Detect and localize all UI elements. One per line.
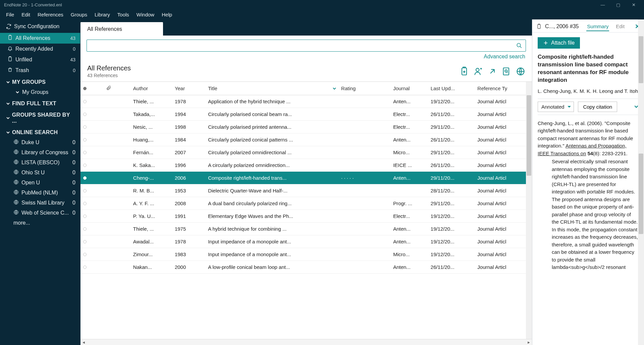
globe-icon [13, 179, 19, 186]
svg-rect-0 [9, 36, 11, 40]
main-panel: All References Advanced search All Refer… [80, 19, 532, 345]
globe-icon [13, 169, 19, 176]
readstatus-dot-icon [83, 100, 87, 103]
chevron-down-icon [6, 80, 10, 84]
table-row[interactable]: Fernán...2007Circularly polarized omnidi… [80, 146, 532, 159]
reference-table: Author Year Title Rating Journal Last Up… [80, 82, 532, 339]
menu-references[interactable]: References [34, 10, 67, 19]
web-icon[interactable] [516, 67, 525, 76]
sidebar-online-library-of-congress[interactable]: Library of Congress0 [0, 148, 80, 158]
sidebar-head-mygroups[interactable]: MY GROUPS [0, 76, 80, 87]
col-author[interactable]: Author [130, 82, 172, 95]
dot-icon [83, 87, 87, 90]
table-row[interactable]: Zimour...1983Input impedance of a monopo… [80, 248, 532, 261]
tab-all-references[interactable]: All References [80, 22, 163, 36]
chevron-down-icon [332, 87, 336, 91]
menu-groups[interactable]: Groups [67, 10, 91, 19]
col-rating[interactable]: Rating [338, 82, 390, 95]
menu-help[interactable]: Help [158, 10, 175, 19]
window-close-button[interactable]: ✕ [626, 0, 641, 9]
sync-icon [6, 24, 11, 29]
globe-icon [13, 149, 19, 156]
sidebar-more[interactable]: more... [0, 218, 80, 228]
details-tab-edit[interactable]: Edit [615, 22, 625, 31]
citation-style-select[interactable]: Annotated [538, 102, 574, 112]
details-authors: L. Cheng-Jung, K. M. K. H. Leong and T. … [538, 88, 639, 94]
sidebar-item-all-references[interactable]: All References43 [0, 33, 80, 44]
export-icon[interactable] [488, 67, 497, 76]
sync-configuration-button[interactable]: Sync Configuration [0, 20, 80, 33]
table-row[interactable]: Huang,...1984Circularly polarized conica… [80, 133, 532, 146]
sidebar-online-lista-ebsco-[interactable]: LISTA (EBSCO)0 [0, 158, 80, 168]
copy-reference-icon[interactable] [460, 67, 469, 76]
plus-icon [543, 40, 548, 46]
col-title[interactable]: Title [205, 82, 338, 95]
table-vscrollbar[interactable] [526, 82, 532, 339]
table-row[interactable]: Nesic, ...1998Circularly polarised print… [80, 121, 532, 133]
table-row[interactable]: K. Saka...1996A circularly polarized omn… [80, 159, 532, 172]
table-row[interactable]: Cheng-...2006Composite right/left-handed… [80, 172, 532, 184]
table-row[interactable]: R. M. B...1953Dielectric Quarter-Wave an… [80, 184, 532, 197]
globe-icon [13, 159, 19, 166]
sidebar-item-mygroups-child[interactable]: My Groups [0, 87, 80, 97]
sidebar-online-web-of-science-c-[interactable]: Web of Science C...0 [0, 208, 80, 218]
menu-tools[interactable]: Tools [114, 10, 132, 19]
advanced-search-link[interactable]: Advanced search [484, 54, 525, 59]
sidebar-head-findfulltext[interactable]: FIND FULL TEXT [0, 97, 80, 109]
sidebar-item-trash[interactable]: Trash0 [0, 65, 80, 76]
citation-preview: Cheng-Jung, L., et al. (2006). "Composit… [538, 120, 639, 271]
table-row[interactable]: Awadal...1978Input impedance of a monopo… [80, 235, 532, 248]
menu-window[interactable]: Window [133, 10, 158, 19]
details-tab-summary[interactable]: Summary [586, 22, 609, 31]
sidebar-head-online[interactable]: ONLINE SEARCH [0, 126, 80, 137]
table-hscrollbar[interactable]: ◄► [80, 339, 532, 345]
sidebar-online-swiss-natl-library[interactable]: Swiss Natl Library0 [0, 198, 80, 208]
col-attachment[interactable] [103, 82, 130, 95]
find-reference-icon[interactable] [502, 67, 511, 76]
col-journal[interactable]: Journal [390, 82, 428, 95]
col-reftype[interactable]: Reference Ty [475, 82, 532, 95]
svg-point-10 [517, 43, 521, 47]
sidebar-online-duke-u[interactable]: Duke U0 [0, 137, 80, 148]
search-input[interactable] [87, 40, 526, 52]
readstatus-dot-icon [83, 189, 87, 192]
table-row[interactable]: Thiele, ...1975A hybrid technique for co… [80, 223, 532, 235]
readstatus-dot-icon [83, 215, 87, 218]
sidebar-online-open-u[interactable]: Open U0 [0, 178, 80, 188]
table-row[interactable]: Takada,...1994Circularly polarised conic… [80, 108, 532, 121]
globe-icon [13, 199, 19, 206]
paperclip-icon [106, 85, 111, 91]
sidebar-item-recently-added[interactable]: Recently Added0 [0, 44, 80, 54]
table-row[interactable]: P. Ya. U...1991Elementary Edge Waves and… [80, 210, 532, 223]
globe-icon [13, 189, 19, 196]
sidebar-head-shared[interactable]: GROUPS SHARED BY ... [0, 109, 80, 126]
readstatus-dot-icon [83, 202, 87, 205]
trash-icon [7, 67, 13, 74]
table-row[interactable]: A. Y. F. ...2008A dual band circularly p… [80, 197, 532, 210]
sidebar-online-pubmed-nlm-[interactable]: PubMed (NLM)0 [0, 188, 80, 198]
col-lastupd[interactable]: Last Upd... [428, 82, 475, 95]
window-minimize-button[interactable]: — [595, 0, 610, 9]
readstatus-dot-icon [83, 240, 87, 243]
svg-point-12 [476, 68, 479, 71]
readstatus-dot-icon [83, 138, 87, 141]
add-user-icon[interactable] [474, 67, 483, 76]
table-row[interactable]: Nakan...2000A low-profile conical beam l… [80, 261, 532, 274]
sidebar-item-unfiled[interactable]: Unfiled43 [0, 54, 80, 65]
col-readstatus[interactable] [80, 82, 103, 95]
window-maximize-button[interactable]: ▢ [610, 0, 626, 9]
readstatus-dot-icon [83, 227, 87, 231]
col-year[interactable]: Year [172, 82, 205, 95]
sidebar-online-ohio-st-u[interactable]: Ohio St U0 [0, 168, 80, 178]
menu-edit[interactable]: Edit [18, 10, 34, 19]
search-icon [516, 43, 522, 49]
details-vscrollbar[interactable] [638, 19, 644, 345]
attach-file-button[interactable]: Attach file [538, 37, 580, 49]
menu-library[interactable]: Library [91, 10, 113, 19]
chevron-down-icon [15, 90, 19, 94]
table-row[interactable]: Thiele, ...1978Application of the hybrid… [80, 95, 532, 108]
chevron-down-icon [6, 130, 10, 134]
readstatus-dot-icon [83, 266, 87, 269]
copy-citation-button[interactable]: Copy citation [578, 102, 617, 112]
menu-file[interactable]: File [3, 10, 17, 19]
